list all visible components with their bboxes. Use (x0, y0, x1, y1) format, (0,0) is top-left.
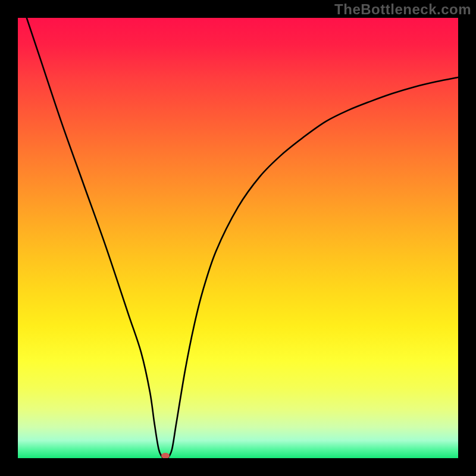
watermark-text: TheBottleneck.com (334, 1, 471, 18)
chart-frame: TheBottleneck.com (0, 0, 476, 476)
minimum-marker (161, 453, 170, 458)
bottleneck-curve (27, 18, 458, 458)
curve-svg (18, 18, 458, 458)
plot-area (18, 18, 458, 458)
